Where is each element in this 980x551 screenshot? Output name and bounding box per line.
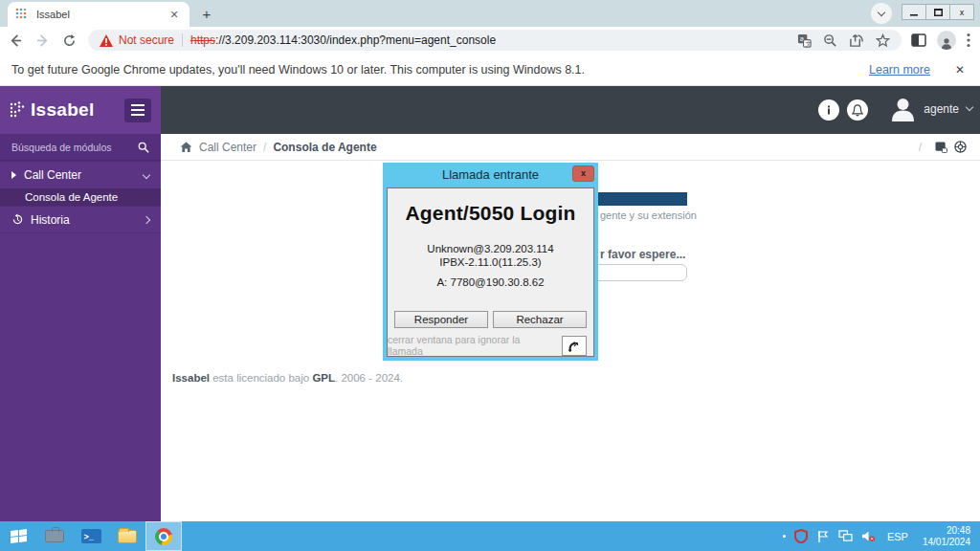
user-chevron-icon: [966, 103, 973, 111]
chrome-update-infobar: To get future Google Chrome updates, you…: [0, 54, 980, 86]
side-panel-icon[interactable]: [911, 33, 926, 48]
system-tray: ESP 20:48 14/01/2024: [783, 525, 980, 548]
chrome-icon: [155, 528, 172, 545]
sidebar-item-historia[interactable]: Historia: [0, 206, 161, 233]
new-tab-button[interactable]: +: [197, 5, 216, 24]
titlebar-chevron-icon[interactable]: [871, 3, 892, 24]
answer-button[interactable]: Responder: [394, 311, 488, 328]
powershell-button[interactable]: >_: [73, 521, 109, 551]
footer-tail: . 2006 - 2024.: [335, 372, 403, 384]
sidebar-header: Issabel: [0, 86, 161, 134]
sidebar-subitem-label: Consola de Agente: [25, 191, 118, 203]
server-manager-icon: [45, 530, 64, 542]
antivirus-shield-icon[interactable]: [794, 529, 808, 543]
issabel-logo-text: Issabel: [31, 99, 95, 121]
browser-titlebar: Issabel ✕ + x: [0, 0, 980, 27]
sidebar-item-consola-de-agente[interactable]: Consola de Agente: [0, 188, 161, 206]
sidebar-item-call-center[interactable]: Call Center: [0, 161, 161, 188]
module-search-label: Búsqueda de módulos: [11, 142, 138, 153]
incoming-call-dialog: Llamada entrante x Agent/5050 Login Unkn…: [383, 163, 598, 361]
phone-forward-icon: [568, 340, 581, 352]
caller-id: Unknown@3.209.203.114: [388, 242, 593, 255]
home-icon[interactable]: [180, 142, 192, 153]
caret-right-icon: [11, 171, 16, 179]
chevron-right-icon: [143, 215, 150, 223]
dialog-body: Agent/5050 Login Unknown@3.209.203.114 I…: [387, 187, 594, 357]
infobar-message: To get future Google Chrome updates, you…: [11, 63, 585, 77]
partial-text-wait: r favor espere...: [600, 248, 685, 261]
window-controls: x: [902, 4, 974, 20]
sidebar-item-label: Call Center: [24, 168, 81, 182]
share-icon[interactable]: [849, 33, 864, 48]
action-center-flag-icon[interactable]: [816, 530, 830, 543]
chevron-down-icon: [143, 171, 150, 179]
footer-middle: esta licenciado bajo: [210, 372, 312, 384]
breadcrumb-bar: Call Center / Consola de Agente /: [161, 134, 980, 161]
pbx-version: IPBX-2.11.0(11.25.3): [388, 255, 593, 269]
translate-icon[interactable]: a文: [797, 33, 812, 48]
start-button[interactable]: [0, 521, 36, 551]
breadcrumb-separator: /: [919, 141, 922, 154]
history-icon: [11, 213, 24, 226]
user-avatar-icon: [890, 96, 916, 121]
file-explorer-button[interactable]: [109, 521, 145, 551]
globe-icon[interactable]: [954, 141, 967, 153]
powershell-icon: >_: [81, 529, 101, 543]
screen: Issabel ✕ + x Not secure https ://3.209.: [0, 0, 980, 551]
back-icon[interactable]: [4, 29, 27, 52]
language-indicator[interactable]: ESP: [887, 531, 908, 542]
reject-button[interactable]: Rechazar: [493, 311, 587, 328]
panel-icon[interactable]: [935, 142, 947, 153]
call-info: Unknown@3.209.203.114 IPBX-2.11.0(11.25.…: [388, 242, 593, 269]
windows-taskbar: >_ ESP 20:48 14/01/2024: [0, 521, 980, 551]
close-button[interactable]: x: [949, 4, 974, 20]
volume-muted-icon[interactable]: [861, 530, 876, 542]
hidden-icons-dot[interactable]: [783, 535, 786, 538]
breadcrumb-page: Consola de Agente: [273, 141, 376, 154]
learn-more-link[interactable]: Learn more: [869, 63, 930, 77]
app-topbar: agente: [161, 86, 980, 134]
bookmark-star-icon[interactable]: [876, 33, 890, 48]
menu-dots-icon[interactable]: [967, 33, 970, 48]
not-secure-label: Not secure: [119, 33, 174, 47]
dialog-close-button[interactable]: x: [572, 165, 594, 182]
license-footer: Issabel esta licenciado bajo GPL. 2006 -…: [172, 372, 403, 384]
address-bar[interactable]: Not secure https ://3.209.203.114:3030/i…: [88, 30, 902, 51]
url-scheme: https: [190, 33, 215, 47]
maximize-button[interactable]: [925, 4, 950, 20]
clock-date: 14/01/2024: [923, 537, 970, 547]
network-icon[interactable]: [838, 530, 853, 542]
minimize-button[interactable]: [902, 4, 926, 20]
taskbar-clock[interactable]: 20:48 14/01/2024: [923, 525, 974, 548]
breadcrumb-section[interactable]: Call Center: [199, 141, 256, 154]
chrome-taskbar-button[interactable]: [145, 521, 182, 551]
sidebar: Issabel Búsqueda de módulos Call Center …: [0, 86, 161, 521]
phone-forward-button[interactable]: [562, 336, 587, 356]
partial-text-extension: gente y su extensión: [600, 209, 697, 221]
infobar-close-icon[interactable]: ✕: [955, 63, 965, 77]
search-icon: [138, 142, 149, 153]
sidebar-toggle-button[interactable]: [124, 99, 151, 122]
folder-icon: [118, 530, 137, 543]
user-menu[interactable]: agente: [890, 96, 972, 121]
notifications-bell-icon[interactable]: [847, 99, 868, 121]
profile-icon[interactable]: [937, 31, 956, 50]
tab-close-icon[interactable]: ✕: [167, 7, 182, 22]
zoom-icon[interactable]: [823, 33, 837, 48]
issabel-logo-icon: [10, 100, 25, 120]
dialog-title: Llamada entrante: [383, 163, 598, 187]
server-manager-button[interactable]: [36, 521, 73, 551]
forward-icon[interactable]: [31, 29, 54, 52]
toolbar-right: [911, 31, 970, 50]
clock-time: 20:48: [947, 525, 970, 536]
tab-title: Issabel: [36, 9, 167, 20]
sidebar-item-label: Historia: [31, 213, 70, 227]
warning-icon: [100, 34, 113, 47]
username-label: agente: [924, 102, 959, 116]
module-search[interactable]: Búsqueda de módulos: [0, 134, 161, 161]
footer-gpl: GPL: [312, 372, 335, 384]
browser-tab[interactable]: Issabel ✕: [8, 2, 189, 27]
reload-icon[interactable]: [57, 29, 80, 52]
info-icon[interactable]: [818, 99, 839, 121]
caller-address: A: 7780@190.30.8.62: [388, 276, 593, 288]
